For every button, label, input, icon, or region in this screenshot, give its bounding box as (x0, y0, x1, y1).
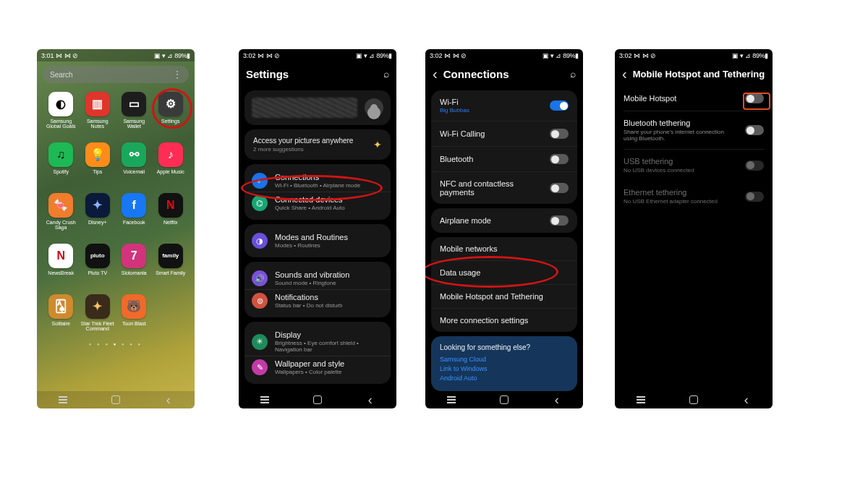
settings-section: ᯤConnectionsWi-Fi • Bluetooth • Airplane… (244, 164, 391, 220)
settings-row-connections[interactable]: ᯤConnectionsWi-Fi • Bluetooth • Airplane… (252, 170, 383, 192)
app-label: Samsung (123, 119, 145, 124)
screen-connections: 3:02 ⋈ ⋈ ⊘ ▣ ▾ ⊿ 89%▮ Connections Wi-FiB… (425, 49, 583, 408)
row-icon: ◑ (252, 233, 268, 249)
app-apple-music[interactable]: ♪Apple Music (153, 142, 190, 189)
recents-button[interactable] (634, 393, 647, 406)
settings-row-wallpaper-and-style[interactable]: ✎Wallpaper and styleWallpapers • Color p… (252, 356, 383, 378)
home-button[interactable] (687, 393, 700, 406)
page-indicator: ● ● ● ● ● ● ● (37, 342, 195, 346)
app-samsung[interactable]: ▭SamsungWallet (116, 92, 153, 138)
app-icon: 💡 (85, 142, 110, 167)
app-icon: ⚙ (158, 92, 183, 116)
app-icon: 🐻 (122, 294, 146, 319)
settings-row-display[interactable]: ☀DisplayBrightness • Eye comfort shield … (252, 328, 383, 356)
back-button[interactable] (740, 393, 753, 406)
settings-row-connected-devices[interactable]: ⌬Connected devicesQuick Share • Android … (252, 192, 383, 214)
app-disney-[interactable]: ✦Disney+ (80, 193, 116, 239)
tether-row-bluetooth-tethering[interactable]: Bluetooth tetheringShare your phone's in… (615, 111, 773, 149)
app-settings[interactable]: ⚙Settings (153, 92, 190, 138)
conn-row-mobile-hotspot-and-tethering[interactable]: Mobile Hotspot and Tethering (431, 284, 577, 308)
app-label: Voicemail (123, 169, 145, 174)
row-icon: ✎ (252, 359, 268, 375)
home-button[interactable] (498, 393, 511, 406)
toggle[interactable] (745, 125, 764, 135)
settings-section: 🔊Sounds and vibrationSound mode • Ringto… (244, 262, 391, 317)
app-slotomania[interactable]: 7Slotomania (116, 244, 153, 290)
conn-row-mobile-networks[interactable]: Mobile networks (431, 237, 577, 260)
tether-row-ethernet-tethering: Ethernet tetheringNo USB Ethernet adapte… (615, 181, 773, 212)
settings-row-sounds-and-vibration[interactable]: 🔊Sounds and vibrationSound mode • Ringto… (252, 267, 383, 289)
recents-button[interactable] (56, 393, 69, 406)
account-name-redacted (252, 98, 357, 118)
conn-row-data-usage[interactable]: Data usage (431, 260, 577, 284)
conn-row-more-connection-settings[interactable]: More connection settings (431, 308, 577, 332)
app-pluto-tv[interactable]: plutoPluto TV (80, 244, 116, 290)
row-icon: ᯤ (252, 173, 268, 189)
row-title: Sounds and vibration (275, 270, 383, 279)
app-label: Star Trek Fleet (81, 321, 114, 326)
app-label: Toon Blast (122, 321, 146, 326)
link-link-to-windows[interactable]: Link to Windows (440, 365, 569, 372)
toggle[interactable] (745, 93, 764, 103)
row-icon: ⌬ (252, 195, 268, 211)
app-samsung[interactable]: ▥SamsungNotes (80, 92, 116, 138)
app-icon: 7 (122, 244, 146, 268)
conn-row-bluetooth[interactable]: Bluetooth (431, 146, 577, 171)
app-icon: family (158, 244, 183, 268)
app-label: Netflix (163, 220, 177, 225)
back-icon[interactable] (433, 66, 443, 82)
settings-row-modes-and-routines[interactable]: ◑Modes and RoutinesModes • Routines (252, 230, 383, 252)
app-toon-blast[interactable]: 🐻Toon Blast (116, 294, 153, 341)
page-title: Settings (246, 68, 383, 80)
recents-button[interactable] (445, 393, 458, 406)
toggle[interactable] (550, 183, 569, 193)
conn-row-wi-fi[interactable]: Wi-FiBig Bubbas (431, 90, 577, 121)
back-icon[interactable] (622, 66, 633, 82)
link-android-auto[interactable]: Android Auto (440, 374, 569, 382)
conn-row-airplane-mode[interactable]: Airplane mode (431, 208, 577, 233)
settings-row-notifications[interactable]: ⊜NotificationsStatus bar • Do not distur… (252, 290, 383, 312)
app-netflix[interactable]: NNetflix (153, 193, 190, 239)
back-button[interactable] (364, 393, 377, 406)
back-button[interactable] (162, 393, 175, 406)
app-smart-family[interactable]: familySmart Family (153, 244, 190, 290)
app-newsbreak[interactable]: NNewsBreak (43, 244, 80, 290)
toggle (745, 192, 764, 202)
status-bar: 3:02 ⋈ ⋈ ⊘ ▣ ▾ ⊿ 89%▮ (239, 49, 396, 61)
app-candy-crush[interactable]: 🍬Candy CrushSaga (43, 193, 80, 239)
account-card[interactable] (244, 90, 391, 125)
back-button[interactable] (550, 393, 563, 406)
search-input[interactable]: Search ⋮ (43, 66, 189, 83)
app-star-trek-fleet[interactable]: ✦Star Trek FleetCommand (80, 294, 116, 341)
app-label: NewsBreak (48, 270, 74, 275)
app-icon: 🍬 (48, 193, 73, 218)
toggle[interactable] (550, 154, 569, 164)
app-tips[interactable]: 💡Tips (80, 142, 116, 189)
row-subtitle: Wallpapers • Color palette (275, 369, 383, 375)
app-samsung[interactable]: ◐SamsungGlobal Goals (43, 92, 80, 138)
conn-row-wi-fi-calling[interactable]: Wi-Fi Calling (431, 121, 577, 146)
toggle[interactable] (550, 215, 569, 226)
app-spotify[interactable]: ♫Spotify (43, 142, 80, 189)
home-button[interactable] (109, 393, 122, 406)
app-solitaire[interactable]: 🂡Solitaire (43, 294, 80, 341)
status-bar: 3:02 ⋈ ⋈ ⊘ ▣ ▾ ⊿ 89%▮ (425, 49, 583, 61)
row-title: Bluetooth tethering (624, 119, 745, 127)
recents-button[interactable] (258, 393, 271, 406)
tether-row-mobile-hotspot[interactable]: Mobile Hotspot (615, 86, 773, 111)
app-label2: Notes (91, 124, 104, 129)
app-icon: ♫ (48, 142, 73, 167)
home-button[interactable] (311, 393, 324, 406)
suggestion-sub: 2 more suggestions (253, 146, 353, 153)
link-samsung-cloud[interactable]: Samsung Cloud (440, 356, 569, 363)
search-icon[interactable] (570, 68, 576, 80)
app-icon: ▭ (122, 92, 146, 116)
app-voicemail[interactable]: ⚯Voicemail (116, 142, 153, 189)
app-facebook[interactable]: fFacebook (116, 193, 153, 239)
suggestion-card[interactable]: Access your pictures anywhere 2 more sug… (244, 129, 391, 160)
search-icon[interactable] (383, 68, 389, 80)
row-subtitle: Quick Share • Android Auto (275, 205, 383, 211)
conn-row-nfc-and-contactless-payments[interactable]: NFC and contactless payments (431, 171, 577, 204)
toggle[interactable] (550, 100, 569, 111)
toggle[interactable] (550, 129, 569, 139)
